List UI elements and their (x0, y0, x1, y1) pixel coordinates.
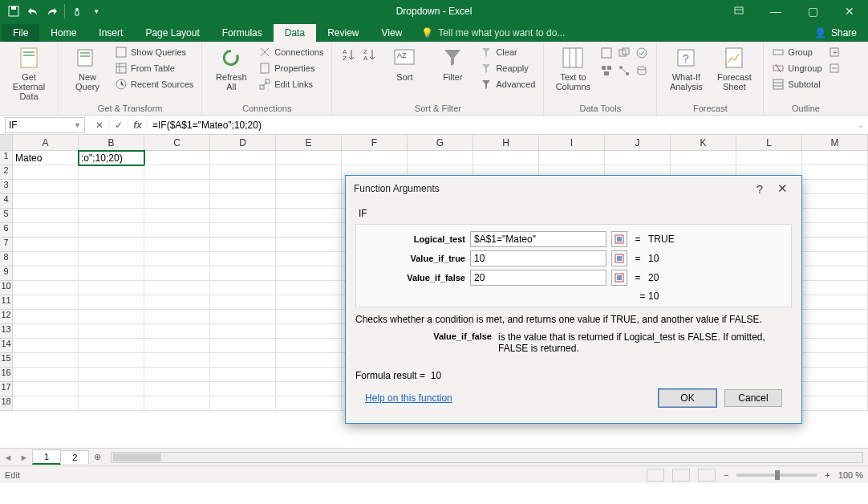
cell[interactable] (79, 165, 144, 180)
cell[interactable] (276, 238, 342, 252)
cell[interactable] (144, 368, 210, 382)
cell[interactable] (79, 180, 144, 194)
file-tab[interactable]: File (2, 24, 39, 42)
cell[interactable] (13, 223, 79, 238)
row-header[interactable]: 11 (0, 295, 13, 310)
cell[interactable] (802, 353, 868, 368)
col-header[interactable]: E (276, 135, 342, 150)
cell[interactable] (802, 238, 868, 252)
cell[interactable] (144, 382, 210, 396)
cell[interactable] (671, 151, 736, 165)
cell[interactable] (210, 209, 276, 223)
cell[interactable] (276, 266, 342, 281)
cell[interactable] (13, 396, 79, 411)
row-header[interactable]: 18 (0, 396, 13, 411)
recent-sources-button[interactable]: Recent Sources (113, 77, 195, 91)
show-detail-button[interactable]: + (827, 45, 842, 59)
cell[interactable] (79, 209, 144, 223)
connections-button[interactable]: Connections (257, 45, 325, 59)
cell[interactable] (13, 295, 79, 310)
cell[interactable] (210, 368, 276, 382)
col-header[interactable]: J (605, 135, 671, 150)
cell[interactable] (144, 295, 210, 310)
hide-detail-button[interactable] (827, 61, 842, 75)
forecast-sheet-button[interactable]: Forecast Sheet (712, 45, 756, 91)
review-tab[interactable]: Review (316, 24, 370, 42)
cell[interactable] (802, 382, 868, 396)
normal-view-button[interactable] (647, 469, 664, 482)
cell[interactable] (144, 223, 210, 238)
col-header[interactable]: G (408, 135, 473, 150)
name-box[interactable]: IF▼ (5, 117, 85, 133)
cell[interactable] (605, 151, 671, 165)
zoom-slider[interactable] (736, 474, 817, 477)
save-icon[interactable] (5, 2, 22, 20)
home-tab[interactable]: Home (39, 24, 87, 42)
cell[interactable] (210, 295, 276, 310)
cell[interactable] (144, 353, 210, 368)
cell[interactable] (802, 223, 868, 238)
cell[interactable] (802, 368, 868, 382)
subtotal-button[interactable]: Subtotal (770, 77, 823, 91)
filter-button[interactable]: Filter (430, 45, 475, 82)
col-header[interactable]: H (473, 135, 539, 150)
cell[interactable] (802, 324, 868, 339)
cell[interactable] (276, 382, 342, 396)
row-header[interactable]: 8 (0, 252, 13, 266)
col-header[interactable]: A (13, 135, 79, 150)
cell[interactable] (79, 353, 144, 368)
page-break-view-button[interactable] (698, 469, 716, 482)
page-layout-tab[interactable]: Page Layout (134, 24, 210, 42)
row-header[interactable]: 1 (0, 151, 13, 165)
cell[interactable] (276, 223, 342, 238)
share-button[interactable]: 👤 Share (803, 24, 868, 42)
cell[interactable] (276, 194, 342, 209)
cell[interactable] (276, 339, 342, 353)
row-header[interactable]: 5 (0, 209, 13, 223)
sort-button[interactable]: AZ Sort (382, 45, 427, 82)
row-header[interactable]: 2 (0, 165, 13, 180)
cell[interactable] (144, 252, 210, 266)
row-header[interactable]: 4 (0, 194, 13, 209)
cell[interactable] (79, 382, 144, 396)
cell[interactable] (144, 310, 210, 324)
cell[interactable] (79, 238, 144, 252)
new-query-button[interactable]: New Query (65, 45, 110, 91)
data-tab[interactable]: Data (274, 24, 316, 42)
cell[interactable] (13, 339, 79, 353)
cell[interactable] (210, 281, 276, 295)
cell[interactable] (144, 194, 210, 209)
touch-mode-icon[interactable] (68, 2, 86, 20)
flash-fill-button[interactable] (598, 45, 614, 61)
prev-sheet-button[interactable]: ◄ (0, 453, 16, 462)
enter-formula-button[interactable]: ✓ (109, 117, 128, 133)
cell[interactable] (144, 180, 210, 194)
cell[interactable] (802, 295, 868, 310)
cell[interactable] (144, 339, 210, 353)
cell[interactable] (13, 382, 79, 396)
consolidate-button[interactable] (598, 63, 614, 79)
cell[interactable] (210, 382, 276, 396)
cell[interactable] (802, 281, 868, 295)
cell[interactable] (276, 353, 342, 368)
cell[interactable] (144, 238, 210, 252)
cell[interactable] (276, 324, 342, 339)
manage-data-model-button[interactable] (634, 63, 650, 79)
cell[interactable] (276, 209, 342, 223)
cell[interactable] (276, 368, 342, 382)
cell[interactable]: Mateo (13, 151, 79, 165)
cell[interactable] (210, 238, 276, 252)
close-button[interactable]: ✕ (831, 0, 868, 22)
cell[interactable] (210, 310, 276, 324)
range-selector-button[interactable] (611, 250, 627, 266)
row-header[interactable]: 3 (0, 180, 13, 194)
cell[interactable]: :o";10;20) (79, 151, 144, 165)
cell[interactable] (13, 368, 79, 382)
relationships-button[interactable] (616, 63, 632, 79)
cell[interactable] (276, 310, 342, 324)
row-header[interactable]: 7 (0, 238, 13, 252)
logical-test-input[interactable] (470, 231, 606, 247)
row-header[interactable]: 12 (0, 310, 13, 324)
cell[interactable] (210, 252, 276, 266)
chevron-down-icon[interactable]: ▼ (74, 121, 81, 129)
